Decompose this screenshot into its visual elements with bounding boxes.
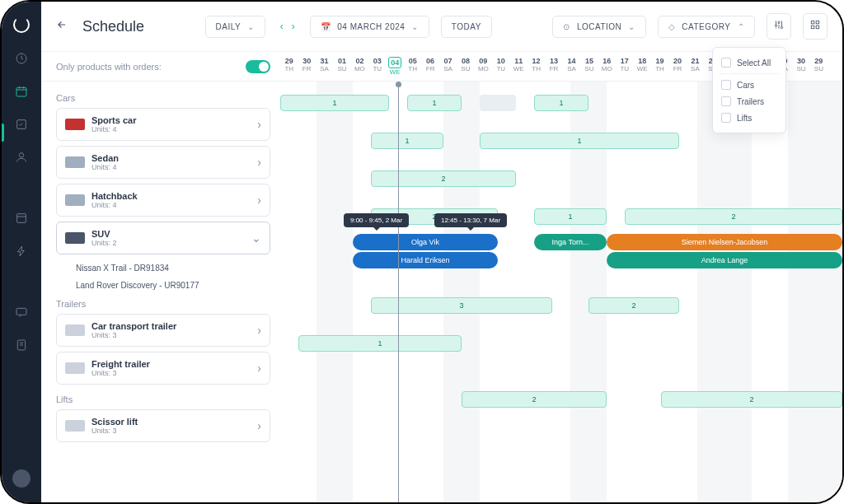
package-icon[interactable] xyxy=(14,211,29,226)
day-column[interactable]: 01SU xyxy=(333,53,350,80)
grid-icon[interactable] xyxy=(803,13,828,40)
timeline-bar[interactable]: 2 xyxy=(588,297,679,314)
time-tooltip: 9:00 - 9:45, 2 Mar xyxy=(344,213,409,227)
timeline-bar[interactable]: 1 xyxy=(298,335,462,352)
day-column[interactable]: 18WE xyxy=(633,53,650,80)
page-title: Schedule xyxy=(82,18,144,35)
location-pin-icon: ⊙ xyxy=(563,22,570,31)
brand-logo xyxy=(13,16,30,33)
day-column[interactable]: 17TU xyxy=(616,53,633,80)
product-card[interactable]: Sports carUnits: 4 › xyxy=(56,108,270,141)
day-column[interactable]: 13FR xyxy=(545,53,562,80)
day-column[interactable]: 21SA xyxy=(687,53,704,80)
products-panel: Cars Sports carUnits: 4 › SedanUnits: 4 … xyxy=(41,82,280,502)
category-option[interactable]: Trailers xyxy=(720,93,779,110)
history-icon[interactable] xyxy=(14,51,29,66)
day-column[interactable]: 09MO xyxy=(475,53,492,80)
date-picker[interactable]: 📅04 MARCH 2024⌄ xyxy=(310,16,429,38)
product-thumbnail xyxy=(65,362,85,374)
product-card[interactable]: Scissor liftUnits: 3 › xyxy=(56,409,270,442)
timeline-bar[interactable]: 1 xyxy=(480,133,679,149)
category-option[interactable]: Lifts xyxy=(720,110,779,126)
day-column[interactable]: 29SU xyxy=(810,53,828,80)
timeline-bar[interactable]: 2 xyxy=(625,208,842,225)
timeline-bar[interactable]: 1 xyxy=(534,208,607,225)
timeline-bar[interactable] xyxy=(480,95,516,111)
day-column[interactable]: 04WE xyxy=(387,53,404,80)
person-icon[interactable] xyxy=(14,150,29,165)
category-option[interactable]: Cars xyxy=(720,77,779,93)
view-mode-select[interactable]: DAILY⌄ xyxy=(205,16,265,38)
next-button[interactable]: › xyxy=(288,16,298,37)
product-card[interactable]: SUVUnits: 2 ⌄ xyxy=(56,222,270,254)
timeline-bar[interactable]: 2 xyxy=(462,391,607,408)
day-column[interactable]: 06FR xyxy=(421,53,438,80)
day-column[interactable]: 05TH xyxy=(404,53,421,80)
svg-rect-5 xyxy=(16,308,26,315)
day-column[interactable]: 07SA xyxy=(439,53,457,80)
timeline-bar[interactable]: Siemen Nielsen-Jacobsen xyxy=(607,234,842,250)
back-button[interactable] xyxy=(56,19,71,34)
timeline-bar[interactable]: Andrea Lange xyxy=(607,252,842,268)
day-column[interactable]: 14SA xyxy=(563,53,580,80)
day-column[interactable]: 12TH xyxy=(528,53,545,80)
category-label: Trailers xyxy=(56,294,270,314)
timeline-bar[interactable]: Harald Eriksen xyxy=(353,252,498,268)
location-select[interactable]: ⊙LOCATION⌄ xyxy=(552,16,645,38)
chevron-right-icon: › xyxy=(257,194,261,207)
day-column[interactable]: 19TH xyxy=(651,53,668,80)
product-card[interactable]: HatchbackUnits: 4 › xyxy=(56,184,270,217)
day-column[interactable]: 20FR xyxy=(668,53,686,80)
settings-icon[interactable] xyxy=(767,13,791,40)
sub-item[interactable]: Land Rover Discovery - UR90177 xyxy=(56,277,270,294)
day-column[interactable]: 30FR xyxy=(298,53,315,80)
product-thumbnail xyxy=(65,232,85,244)
doc-icon[interactable] xyxy=(14,338,29,352)
bolt-icon[interactable] xyxy=(14,244,29,259)
svg-point-3 xyxy=(19,153,23,157)
timeline: 111112212Olga VikInga Torn...Siemen Niel… xyxy=(280,82,842,502)
day-column[interactable]: 08SU xyxy=(457,53,474,80)
chevron-down-icon: ⌄ xyxy=(251,231,261,245)
chat-icon[interactable] xyxy=(14,305,29,320)
category-select[interactable]: ◇CATEGORY⌃ xyxy=(658,16,755,38)
day-column[interactable]: 03TU xyxy=(368,53,386,80)
chevron-right-icon: › xyxy=(257,419,261,432)
category-label: Cars xyxy=(56,88,270,108)
timeline-bar[interactable]: 2 xyxy=(371,170,516,187)
product-card[interactable]: SedanUnits: 4 › xyxy=(56,146,270,179)
timeline-bar[interactable]: 1 xyxy=(534,95,588,111)
timeline-bar[interactable]: Olga Vik xyxy=(353,234,498,250)
product-thumbnail xyxy=(65,119,85,130)
timeline-bar[interactable]: 1 xyxy=(407,95,462,111)
day-column[interactable]: 16MO xyxy=(598,53,616,80)
svg-rect-1 xyxy=(16,87,26,96)
tag-icon: ◇ xyxy=(668,22,676,31)
day-column[interactable]: 10TU xyxy=(492,53,509,80)
product-thumbnail xyxy=(65,156,85,168)
timeline-bar[interactable]: 1 xyxy=(280,95,389,111)
timeline-bar[interactable]: Inga Torn... xyxy=(534,234,607,250)
day-column[interactable]: 29TH xyxy=(280,53,298,80)
chevron-right-icon: › xyxy=(257,362,261,375)
product-card[interactable]: Freight trailerUnits: 3 › xyxy=(56,352,270,385)
product-card[interactable]: Car transport trailerUnits: 3 › xyxy=(56,314,270,347)
svg-rect-4 xyxy=(17,214,26,223)
timeline-bar[interactable]: 2 xyxy=(661,391,842,408)
today-button[interactable]: TODAY xyxy=(441,16,492,38)
checklist-icon[interactable] xyxy=(14,117,29,132)
prev-button[interactable]: ‹ xyxy=(277,16,287,37)
sub-item[interactable]: Nissan X Trail - DR91834 xyxy=(56,259,270,277)
day-column[interactable]: 02MO xyxy=(351,53,368,80)
calendar-icon[interactable] xyxy=(14,84,29,99)
product-thumbnail xyxy=(65,324,85,336)
day-column[interactable]: 11WE xyxy=(509,53,527,80)
day-column[interactable]: 15SU xyxy=(580,53,598,80)
day-column[interactable]: 30SU xyxy=(792,53,809,80)
day-column[interactable]: 31SA xyxy=(316,53,333,80)
avatar[interactable] xyxy=(12,469,30,488)
filter-toggle[interactable] xyxy=(246,60,270,73)
timeline-bar[interactable]: 1 xyxy=(371,133,443,149)
category-option-select-all[interactable]: Select All xyxy=(720,54,779,71)
today-indicator-line xyxy=(398,82,399,502)
